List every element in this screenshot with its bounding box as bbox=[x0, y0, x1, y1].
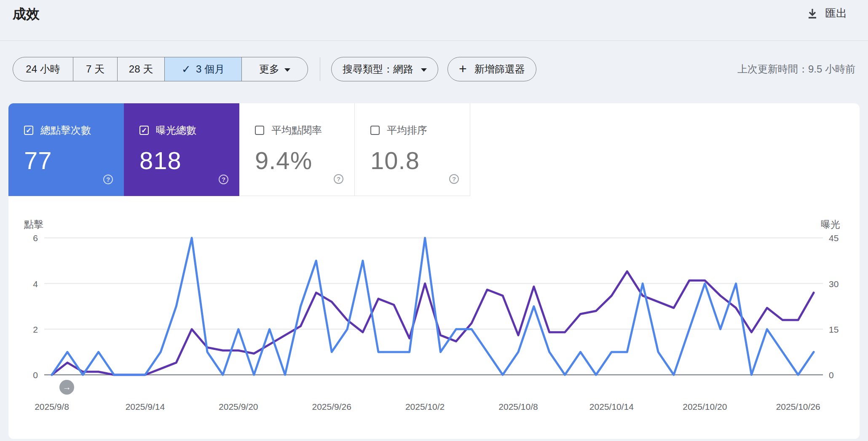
metric-card-ctr-value: 9.4% bbox=[255, 146, 354, 175]
checkbox-checked-icon[interactable]: ✓ bbox=[24, 126, 33, 135]
y-axis-tick-right: 15 bbox=[829, 325, 839, 334]
x-axis-tick: 2025/9/26 bbox=[312, 402, 351, 411]
y-axis-tick-left: 6 bbox=[33, 233, 38, 243]
metric-card-impressions-value: 818 bbox=[139, 146, 239, 175]
metric-card-clicks-label: 總點擊次數 bbox=[40, 124, 91, 137]
filters-toolbar: 24 小時 7 天 28 天 ✓ 3 個月 更多 搜尋類型：網路 + 新增篩選器… bbox=[13, 57, 855, 81]
last-updated-text: 上次更新時間：9.5 小時前 bbox=[737, 62, 855, 76]
metric-card-ctr[interactable]: 平均點閱率 9.4% ? bbox=[239, 103, 355, 196]
export-label: 匯出 bbox=[825, 6, 847, 21]
metric-card-ctr-label: 平均點閱率 bbox=[271, 124, 322, 137]
toolbar-divider bbox=[320, 57, 320, 81]
x-axis-tick: 2025/10/8 bbox=[498, 402, 538, 411]
checkbox-icon[interactable] bbox=[370, 126, 380, 135]
page-title: 成效 bbox=[13, 5, 40, 24]
help-icon[interactable]: ? bbox=[103, 175, 113, 184]
chevron-down-icon bbox=[284, 68, 290, 72]
chevron-down-icon bbox=[421, 68, 427, 72]
help-icon[interactable]: ? bbox=[219, 175, 228, 184]
search-type-label: 搜尋類型：網路 bbox=[343, 62, 413, 76]
help-icon[interactable]: ? bbox=[334, 174, 343, 184]
impressions-line bbox=[52, 272, 814, 375]
export-button[interactable]: 匯出 bbox=[806, 6, 847, 21]
date-range-3m-label: 3 個月 bbox=[196, 62, 225, 76]
add-filter-label: 新增篩選器 bbox=[474, 62, 525, 76]
date-range-28d-label: 28 天 bbox=[129, 62, 153, 76]
x-axis-tick: 2025/10/20 bbox=[683, 402, 727, 411]
metric-card-clicks[interactable]: ✓ 總點擊次數 77 ? bbox=[8, 103, 124, 196]
checkbox-icon[interactable] bbox=[255, 126, 264, 135]
y-axis-tick-left: 4 bbox=[33, 279, 38, 289]
search-type-chip[interactable]: 搜尋類型：網路 bbox=[331, 57, 438, 81]
metric-card-impressions[interactable]: ✓ 曝光總數 818 ? bbox=[124, 103, 239, 196]
x-axis-tick: 2025/10/26 bbox=[776, 402, 820, 411]
metric-card-position-value: 10.8 bbox=[370, 146, 470, 175]
checkbox-checked-icon[interactable]: ✓ bbox=[139, 126, 149, 135]
date-range-more[interactable]: 更多 bbox=[242, 57, 308, 81]
date-range-3months-selected[interactable]: ✓ 3 個月 bbox=[165, 57, 242, 81]
date-range-7d-label: 7 天 bbox=[86, 62, 104, 76]
metric-cards-row: ✓ 總點擊次數 77 ? ✓ 曝光總數 818 ? 平均點閱率 9.4% ? bbox=[8, 103, 470, 196]
date-range-more-label: 更多 bbox=[259, 62, 279, 76]
date-range-24h[interactable]: 24 小時 bbox=[13, 57, 73, 81]
chart-canvas[interactable]: 642045301502025/9/82025/9/142025/9/20202… bbox=[8, 196, 860, 439]
y-axis-tick-left: 0 bbox=[33, 370, 38, 380]
scroll-right-button[interactable]: → bbox=[59, 380, 74, 395]
x-axis-tick: 2025/9/8 bbox=[35, 402, 69, 411]
x-axis-tick: 2025/9/14 bbox=[126, 402, 165, 411]
metric-card-impressions-label: 曝光總數 bbox=[156, 124, 196, 137]
y-axis-tick-right: 0 bbox=[829, 370, 834, 380]
add-filter-chip[interactable]: + 新增篩選器 bbox=[447, 57, 536, 81]
y-axis-tick-right: 30 bbox=[829, 279, 839, 289]
y-axis-tick-right: 45 bbox=[829, 233, 839, 243]
date-range-filter: 24 小時 7 天 28 天 ✓ 3 個月 更多 bbox=[13, 57, 308, 81]
date-range-7d[interactable]: 7 天 bbox=[73, 57, 118, 81]
report-panel: ✓ 總點擊次數 77 ? ✓ 曝光總數 818 ? 平均點閱率 9.4% ? bbox=[8, 103, 860, 439]
x-axis-tick: 2025/9/20 bbox=[219, 402, 258, 411]
header-divider bbox=[0, 40, 868, 41]
x-axis-tick: 2025/10/2 bbox=[405, 402, 445, 411]
performance-chart[interactable]: 點擊 曝光 642045301502025/9/82025/9/142025/9… bbox=[8, 196, 860, 439]
help-icon[interactable]: ? bbox=[449, 174, 459, 184]
metric-card-clicks-value: 77 bbox=[24, 146, 124, 175]
x-axis-tick: 2025/10/14 bbox=[589, 402, 634, 411]
date-range-28d[interactable]: 28 天 bbox=[118, 57, 165, 81]
date-range-24h-label: 24 小時 bbox=[26, 62, 60, 76]
download-icon bbox=[806, 8, 818, 19]
metric-card-position-label: 平均排序 bbox=[387, 124, 427, 137]
metric-card-position[interactable]: 平均排序 10.8 ? bbox=[355, 103, 470, 196]
check-icon: ✓ bbox=[182, 63, 191, 76]
y-axis-tick-left: 2 bbox=[33, 325, 38, 334]
plus-icon: + bbox=[459, 62, 467, 75]
